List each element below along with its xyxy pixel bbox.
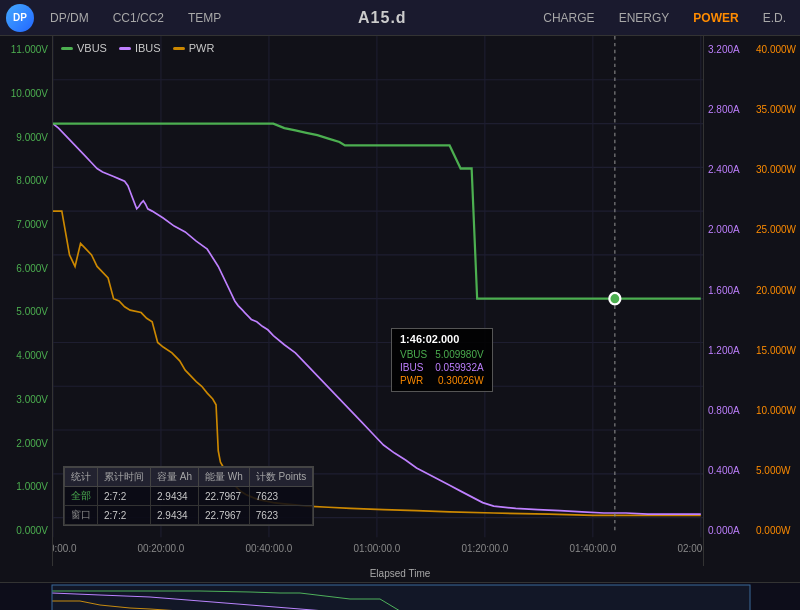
y-axis-amp-tick: 3.200A: [708, 44, 748, 55]
tooltip-pwr-value: 0.30026W: [438, 375, 484, 386]
tooltip-ibus-label: IBUS: [400, 362, 423, 373]
stats-header-cell: 累计时间: [98, 468, 151, 487]
y-axis-watt-tick: 25.000W: [756, 224, 796, 235]
y-axis-voltage-tick: 10.000V: [4, 88, 48, 99]
tooltip-time: 1:46:02.000: [400, 333, 484, 345]
nav-temp[interactable]: TEMP: [180, 7, 229, 29]
legend-ibus-label: IBUS: [135, 42, 161, 54]
svg-text:01:40:00.0: 01:40:00.0: [569, 543, 616, 554]
tooltip-ibus-row: IBUS 0.059932A: [400, 361, 484, 374]
stats-header-cell: 统计: [65, 468, 98, 487]
y-axis-watt-tick: 20.000W: [756, 285, 796, 296]
stats-cell: 2:7:2: [98, 487, 151, 506]
y-axis-voltage-tick: 6.000V: [4, 263, 48, 274]
legend-ibus: IBUS: [119, 42, 161, 54]
nav-dp-dm[interactable]: DP/DM: [42, 7, 97, 29]
chart-area[interactable]: VBUS IBUS PWR: [52, 36, 704, 566]
y-axis-amp-tick: 1.600A: [708, 285, 748, 296]
stats-header-cell: 能量 Wh: [199, 468, 250, 487]
y-axis-watt-tick: 15.000W: [756, 345, 796, 356]
y-axis-amp-tick: 1.200A: [708, 345, 748, 356]
stats-header-cell: 计数 Points: [249, 468, 313, 487]
legend-pwr-color: [173, 47, 185, 50]
tooltip-pwr-label: PWR: [400, 375, 423, 386]
stats-cell: 窗口: [65, 506, 98, 525]
y-axis-amp-tick: 0.000A: [708, 525, 748, 536]
tooltip-ibus-value: 0.059932A: [435, 362, 483, 373]
y-axis-amps: 0.000A0.400A0.800A1.200A1.600A2.000A2.40…: [704, 36, 752, 566]
y-axis-amp-tick: 0.800A: [708, 405, 748, 416]
legend: VBUS IBUS PWR: [61, 42, 214, 54]
y-axis-watt-tick: 5.000W: [756, 465, 796, 476]
tooltip-box: 1:46:02.000 VBUS 5.009980V IBUS 0.059932…: [391, 328, 493, 392]
y-axis-amp-tick: 2.800A: [708, 104, 748, 115]
y-axis-watt-tick: 10.000W: [756, 405, 796, 416]
legend-vbus-label: VBUS: [77, 42, 107, 54]
svg-text:02:00:00.0: 02:00:00.0: [677, 543, 703, 554]
stats-cell: 2.9434: [151, 506, 199, 525]
stats-cell: 2.9434: [151, 487, 199, 506]
nav-cc1cc2[interactable]: CC1/CC2: [105, 7, 172, 29]
nav-power[interactable]: POWER: [685, 7, 746, 29]
stats-cell: 22.7967: [199, 506, 250, 525]
svg-text:01:00:00.0: 01:00:00.0: [354, 543, 401, 554]
y-axis-voltage-tick: 1.000V: [4, 481, 48, 492]
svg-point-19: [609, 293, 620, 305]
stats-cell: 2:7:2: [98, 506, 151, 525]
y-axis-voltage-tick: 0.000V: [4, 525, 48, 536]
y-axis-voltage-tick: 9.000V: [4, 132, 48, 143]
svg-text:00:40:00.0: 00:40:00.0: [246, 543, 293, 554]
y-axis-voltage: 0.000V1.000V2.000V3.000V4.000V5.000V6.00…: [0, 36, 52, 566]
y-axis-voltage-tick: 7.000V: [4, 219, 48, 230]
nav-ed[interactable]: E.D.: [755, 7, 794, 29]
tooltip-vbus-label: VBUS: [400, 349, 427, 360]
stats-header-row: 统计累计时间容量 Ah能量 Wh计数 Points: [65, 468, 313, 487]
y-axis-watt-tick: 30.000W: [756, 164, 796, 175]
y-axis-watts: 0.000W5.000W10.000W15.000W20.000W25.000W…: [752, 36, 800, 566]
mini-map[interactable]: 00:00:00 00:30:00 01:00:00 01:30:00 02:0…: [0, 582, 800, 610]
y-axis-watt-tick: 0.000W: [756, 525, 796, 536]
y-axis-amp-tick: 0.400A: [708, 465, 748, 476]
y-axis-watt-tick: 35.000W: [756, 104, 796, 115]
stats-body: 全部2:7:22.943422.79677623窗口2:7:22.943422.…: [65, 487, 313, 525]
svg-text:00:00:00.0: 00:00:00.0: [53, 543, 77, 554]
y-axis-watt-tick: 40.000W: [756, 44, 796, 55]
stats-row: 窗口2:7:22.943422.79677623: [65, 506, 313, 525]
y-axis-voltage-tick: 8.000V: [4, 175, 48, 186]
stats-header-cell: 容量 Ah: [151, 468, 199, 487]
y-axis-voltage-tick: 3.000V: [4, 394, 48, 405]
y-axis-voltage-tick: 2.000V: [4, 438, 48, 449]
stats-table: 统计累计时间容量 Ah能量 Wh计数 Points 全部2:7:22.94342…: [63, 466, 314, 526]
svg-text:00:20:00.0: 00:20:00.0: [138, 543, 185, 554]
chart-title: A15.d: [237, 9, 527, 27]
legend-ibus-color: [119, 47, 131, 50]
y-axis-voltage-tick: 4.000V: [4, 350, 48, 361]
svg-rect-27: [52, 585, 750, 610]
nav-charge[interactable]: CHARGE: [535, 7, 602, 29]
legend-pwr-label: PWR: [189, 42, 215, 54]
legend-pwr: PWR: [173, 42, 215, 54]
y-axis-voltage-tick: 11.000V: [4, 44, 48, 55]
top-nav: DP DP/DM CC1/CC2 TEMP A15.d CHARGE ENERG…: [0, 0, 800, 36]
nav-energy[interactable]: ENERGY: [611, 7, 678, 29]
y-axis-amp-tick: 2.000A: [708, 224, 748, 235]
stats-cell: 22.7967: [199, 487, 250, 506]
x-axis-label: Elapsed Time: [0, 566, 800, 582]
legend-vbus-color: [61, 47, 73, 50]
chart-container: 0.000V1.000V2.000V3.000V4.000V5.000V6.00…: [0, 36, 800, 566]
tooltip-pwr-row: PWR 0.30026W: [400, 374, 484, 387]
y-axis-voltage-tick: 5.000V: [4, 306, 48, 317]
tooltip-vbus-value: 5.009980V: [435, 349, 483, 360]
logo[interactable]: DP: [6, 4, 34, 32]
stats-cell: 7623: [249, 506, 313, 525]
stats-cell: 7623: [249, 487, 313, 506]
svg-text:01:20:00.0: 01:20:00.0: [461, 543, 508, 554]
stats-cell: 全部: [65, 487, 98, 506]
y-axis-amp-tick: 2.400A: [708, 164, 748, 175]
legend-vbus: VBUS: [61, 42, 107, 54]
tooltip-vbus-row: VBUS 5.009980V: [400, 348, 484, 361]
stats-row: 全部2:7:22.943422.79677623: [65, 487, 313, 506]
